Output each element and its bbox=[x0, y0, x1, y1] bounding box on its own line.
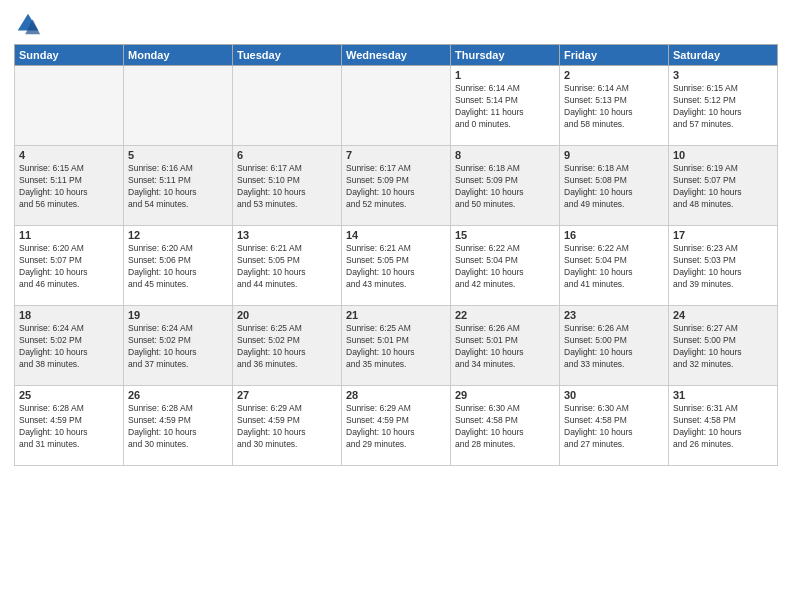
day-number: 13 bbox=[237, 229, 337, 241]
day-number: 21 bbox=[346, 309, 446, 321]
day-info: Sunrise: 6:31 AM Sunset: 4:58 PM Dayligh… bbox=[673, 403, 773, 451]
day-info: Sunrise: 6:21 AM Sunset: 5:05 PM Dayligh… bbox=[346, 243, 446, 291]
calendar-cell: 25Sunrise: 6:28 AM Sunset: 4:59 PM Dayli… bbox=[15, 386, 124, 466]
calendar-cell: 15Sunrise: 6:22 AM Sunset: 5:04 PM Dayli… bbox=[451, 226, 560, 306]
calendar-cell: 10Sunrise: 6:19 AM Sunset: 5:07 PM Dayli… bbox=[669, 146, 778, 226]
day-info: Sunrise: 6:17 AM Sunset: 5:09 PM Dayligh… bbox=[346, 163, 446, 211]
calendar-row-1: 1Sunrise: 6:14 AM Sunset: 5:14 PM Daylig… bbox=[15, 66, 778, 146]
calendar-cell: 28Sunrise: 6:29 AM Sunset: 4:59 PM Dayli… bbox=[342, 386, 451, 466]
day-info: Sunrise: 6:29 AM Sunset: 4:59 PM Dayligh… bbox=[237, 403, 337, 451]
calendar-cell: 13Sunrise: 6:21 AM Sunset: 5:05 PM Dayli… bbox=[233, 226, 342, 306]
calendar-cell: 2Sunrise: 6:14 AM Sunset: 5:13 PM Daylig… bbox=[560, 66, 669, 146]
day-number: 25 bbox=[19, 389, 119, 401]
calendar-cell: 12Sunrise: 6:20 AM Sunset: 5:06 PM Dayli… bbox=[124, 226, 233, 306]
calendar-cell: 23Sunrise: 6:26 AM Sunset: 5:00 PM Dayli… bbox=[560, 306, 669, 386]
calendar-cell bbox=[124, 66, 233, 146]
calendar-cell: 27Sunrise: 6:29 AM Sunset: 4:59 PM Dayli… bbox=[233, 386, 342, 466]
day-number: 5 bbox=[128, 149, 228, 161]
weekday-header-monday: Monday bbox=[124, 45, 233, 66]
calendar-cell: 4Sunrise: 6:15 AM Sunset: 5:11 PM Daylig… bbox=[15, 146, 124, 226]
weekday-header-sunday: Sunday bbox=[15, 45, 124, 66]
day-info: Sunrise: 6:14 AM Sunset: 5:14 PM Dayligh… bbox=[455, 83, 555, 131]
day-number: 15 bbox=[455, 229, 555, 241]
day-info: Sunrise: 6:29 AM Sunset: 4:59 PM Dayligh… bbox=[346, 403, 446, 451]
day-number: 14 bbox=[346, 229, 446, 241]
calendar-row-3: 11Sunrise: 6:20 AM Sunset: 5:07 PM Dayli… bbox=[15, 226, 778, 306]
calendar-row-5: 25Sunrise: 6:28 AM Sunset: 4:59 PM Dayli… bbox=[15, 386, 778, 466]
weekday-header-saturday: Saturday bbox=[669, 45, 778, 66]
calendar-cell bbox=[342, 66, 451, 146]
day-info: Sunrise: 6:22 AM Sunset: 5:04 PM Dayligh… bbox=[455, 243, 555, 291]
day-number: 4 bbox=[19, 149, 119, 161]
day-number: 26 bbox=[128, 389, 228, 401]
day-info: Sunrise: 6:22 AM Sunset: 5:04 PM Dayligh… bbox=[564, 243, 664, 291]
weekday-header-row: SundayMondayTuesdayWednesdayThursdayFrid… bbox=[15, 45, 778, 66]
weekday-header-tuesday: Tuesday bbox=[233, 45, 342, 66]
day-info: Sunrise: 6:25 AM Sunset: 5:01 PM Dayligh… bbox=[346, 323, 446, 371]
calendar-cell: 22Sunrise: 6:26 AM Sunset: 5:01 PM Dayli… bbox=[451, 306, 560, 386]
day-info: Sunrise: 6:14 AM Sunset: 5:13 PM Dayligh… bbox=[564, 83, 664, 131]
day-info: Sunrise: 6:15 AM Sunset: 5:12 PM Dayligh… bbox=[673, 83, 773, 131]
day-number: 1 bbox=[455, 69, 555, 81]
day-number: 8 bbox=[455, 149, 555, 161]
calendar-cell: 7Sunrise: 6:17 AM Sunset: 5:09 PM Daylig… bbox=[342, 146, 451, 226]
calendar-cell: 24Sunrise: 6:27 AM Sunset: 5:00 PM Dayli… bbox=[669, 306, 778, 386]
day-number: 2 bbox=[564, 69, 664, 81]
day-number: 20 bbox=[237, 309, 337, 321]
calendar-cell: 11Sunrise: 6:20 AM Sunset: 5:07 PM Dayli… bbox=[15, 226, 124, 306]
day-info: Sunrise: 6:20 AM Sunset: 5:06 PM Dayligh… bbox=[128, 243, 228, 291]
calendar-cell: 20Sunrise: 6:25 AM Sunset: 5:02 PM Dayli… bbox=[233, 306, 342, 386]
calendar-cell bbox=[15, 66, 124, 146]
day-number: 9 bbox=[564, 149, 664, 161]
day-number: 6 bbox=[237, 149, 337, 161]
day-info: Sunrise: 6:18 AM Sunset: 5:08 PM Dayligh… bbox=[564, 163, 664, 211]
calendar-row-2: 4Sunrise: 6:15 AM Sunset: 5:11 PM Daylig… bbox=[15, 146, 778, 226]
day-info: Sunrise: 6:30 AM Sunset: 4:58 PM Dayligh… bbox=[564, 403, 664, 451]
day-number: 17 bbox=[673, 229, 773, 241]
calendar-cell: 1Sunrise: 6:14 AM Sunset: 5:14 PM Daylig… bbox=[451, 66, 560, 146]
calendar-cell: 5Sunrise: 6:16 AM Sunset: 5:11 PM Daylig… bbox=[124, 146, 233, 226]
header bbox=[14, 10, 778, 38]
calendar-cell: 26Sunrise: 6:28 AM Sunset: 4:59 PM Dayli… bbox=[124, 386, 233, 466]
calendar-cell: 30Sunrise: 6:30 AM Sunset: 4:58 PM Dayli… bbox=[560, 386, 669, 466]
calendar-cell: 16Sunrise: 6:22 AM Sunset: 5:04 PM Dayli… bbox=[560, 226, 669, 306]
day-info: Sunrise: 6:16 AM Sunset: 5:11 PM Dayligh… bbox=[128, 163, 228, 211]
day-number: 27 bbox=[237, 389, 337, 401]
day-info: Sunrise: 6:19 AM Sunset: 5:07 PM Dayligh… bbox=[673, 163, 773, 211]
day-info: Sunrise: 6:18 AM Sunset: 5:09 PM Dayligh… bbox=[455, 163, 555, 211]
weekday-header-thursday: Thursday bbox=[451, 45, 560, 66]
calendar-cell: 29Sunrise: 6:30 AM Sunset: 4:58 PM Dayli… bbox=[451, 386, 560, 466]
day-number: 12 bbox=[128, 229, 228, 241]
logo-icon bbox=[14, 10, 42, 38]
calendar-cell: 6Sunrise: 6:17 AM Sunset: 5:10 PM Daylig… bbox=[233, 146, 342, 226]
logo bbox=[14, 10, 44, 38]
day-number: 11 bbox=[19, 229, 119, 241]
day-info: Sunrise: 6:15 AM Sunset: 5:11 PM Dayligh… bbox=[19, 163, 119, 211]
day-info: Sunrise: 6:23 AM Sunset: 5:03 PM Dayligh… bbox=[673, 243, 773, 291]
calendar-table: SundayMondayTuesdayWednesdayThursdayFrid… bbox=[14, 44, 778, 466]
calendar-cell bbox=[233, 66, 342, 146]
calendar-cell: 18Sunrise: 6:24 AM Sunset: 5:02 PM Dayli… bbox=[15, 306, 124, 386]
day-info: Sunrise: 6:21 AM Sunset: 5:05 PM Dayligh… bbox=[237, 243, 337, 291]
calendar-cell: 31Sunrise: 6:31 AM Sunset: 4:58 PM Dayli… bbox=[669, 386, 778, 466]
day-info: Sunrise: 6:24 AM Sunset: 5:02 PM Dayligh… bbox=[19, 323, 119, 371]
day-number: 18 bbox=[19, 309, 119, 321]
day-info: Sunrise: 6:27 AM Sunset: 5:00 PM Dayligh… bbox=[673, 323, 773, 371]
weekday-header-friday: Friday bbox=[560, 45, 669, 66]
day-number: 22 bbox=[455, 309, 555, 321]
day-info: Sunrise: 6:17 AM Sunset: 5:10 PM Dayligh… bbox=[237, 163, 337, 211]
day-number: 28 bbox=[346, 389, 446, 401]
weekday-header-wednesday: Wednesday bbox=[342, 45, 451, 66]
calendar-cell: 9Sunrise: 6:18 AM Sunset: 5:08 PM Daylig… bbox=[560, 146, 669, 226]
calendar-row-4: 18Sunrise: 6:24 AM Sunset: 5:02 PM Dayli… bbox=[15, 306, 778, 386]
day-number: 3 bbox=[673, 69, 773, 81]
calendar-cell: 8Sunrise: 6:18 AM Sunset: 5:09 PM Daylig… bbox=[451, 146, 560, 226]
day-info: Sunrise: 6:24 AM Sunset: 5:02 PM Dayligh… bbox=[128, 323, 228, 371]
page: SundayMondayTuesdayWednesdayThursdayFrid… bbox=[0, 0, 792, 612]
day-number: 10 bbox=[673, 149, 773, 161]
calendar-cell: 17Sunrise: 6:23 AM Sunset: 5:03 PM Dayli… bbox=[669, 226, 778, 306]
day-number: 16 bbox=[564, 229, 664, 241]
calendar-cell: 3Sunrise: 6:15 AM Sunset: 5:12 PM Daylig… bbox=[669, 66, 778, 146]
calendar-cell: 19Sunrise: 6:24 AM Sunset: 5:02 PM Dayli… bbox=[124, 306, 233, 386]
day-info: Sunrise: 6:20 AM Sunset: 5:07 PM Dayligh… bbox=[19, 243, 119, 291]
